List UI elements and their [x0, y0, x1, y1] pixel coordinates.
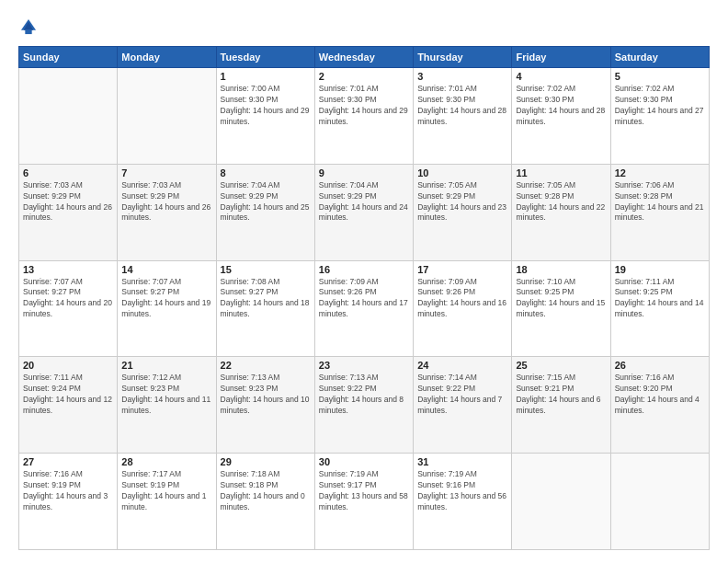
day-number: 9	[319, 167, 409, 178]
calendar-cell: 16Sunrise: 7:09 AMSunset: 9:26 PMDayligh…	[314, 260, 413, 357]
calendar-cell: 13Sunrise: 7:07 AMSunset: 9:27 PMDayligh…	[19, 260, 118, 357]
day-number: 26	[615, 360, 705, 371]
day-number: 13	[23, 264, 113, 275]
calendar-cell: 12Sunrise: 7:06 AMSunset: 9:28 PMDayligh…	[610, 164, 709, 260]
calendar-cell: 14Sunrise: 7:07 AMSunset: 9:27 PMDayligh…	[118, 260, 216, 357]
day-info: Sunrise: 7:13 AMSunset: 9:22 PMDaylight:…	[319, 373, 409, 417]
day-number: 15	[221, 264, 311, 275]
day-number: 29	[221, 456, 311, 467]
calendar-cell: 17Sunrise: 7:09 AMSunset: 9:26 PMDayligh…	[414, 260, 512, 357]
svg-rect-2	[25, 30, 31, 34]
calendar-cell: 24Sunrise: 7:14 AMSunset: 9:22 PMDayligh…	[414, 357, 512, 454]
calendar-cell: 1Sunrise: 7:00 AMSunset: 9:30 PMDaylight…	[216, 68, 314, 165]
calendar-cell: 25Sunrise: 7:15 AMSunset: 9:21 PMDayligh…	[512, 357, 610, 454]
day-info: Sunrise: 7:16 AMSunset: 9:20 PMDaylight:…	[615, 373, 705, 417]
weekday-header-thursday: Thursday	[414, 47, 512, 68]
day-info: Sunrise: 7:03 AMSunset: 9:29 PMDaylight:…	[121, 180, 211, 224]
calendar-cell: 28Sunrise: 7:17 AMSunset: 9:19 PMDayligh…	[118, 454, 216, 550]
day-info: Sunrise: 7:12 AMSunset: 9:23 PMDaylight:…	[121, 373, 211, 417]
calendar-cell: 29Sunrise: 7:18 AMSunset: 9:18 PMDayligh…	[216, 454, 314, 550]
calendar-cell: 19Sunrise: 7:11 AMSunset: 9:25 PMDayligh…	[610, 260, 709, 357]
day-info: Sunrise: 7:00 AMSunset: 9:30 PMDaylight:…	[221, 84, 311, 128]
day-number: 27	[23, 456, 113, 467]
weekday-header-saturday: Saturday	[610, 47, 709, 68]
day-number: 31	[417, 456, 507, 467]
weekday-header-friday: Friday	[512, 47, 610, 68]
day-number: 10	[417, 167, 507, 178]
calendar-week-row-4: 27Sunrise: 7:16 AMSunset: 9:19 PMDayligh…	[19, 454, 710, 550]
calendar-cell: 8Sunrise: 7:04 AMSunset: 9:29 PMDaylight…	[216, 164, 314, 260]
day-number: 17	[417, 264, 507, 275]
logo-icon	[18, 17, 39, 37]
calendar-cell: 9Sunrise: 7:04 AMSunset: 9:29 PMDaylight…	[314, 164, 413, 260]
day-number: 11	[516, 167, 606, 178]
header	[18, 17, 710, 37]
calendar-cell	[610, 454, 709, 550]
day-number: 5	[615, 71, 705, 82]
calendar-cell: 18Sunrise: 7:10 AMSunset: 9:25 PMDayligh…	[512, 260, 610, 357]
calendar-cell: 7Sunrise: 7:03 AMSunset: 9:29 PMDaylight…	[118, 164, 216, 260]
day-info: Sunrise: 7:07 AMSunset: 9:27 PMDaylight:…	[23, 277, 113, 321]
day-info: Sunrise: 7:08 AMSunset: 9:27 PMDaylight:…	[221, 277, 311, 321]
day-info: Sunrise: 7:18 AMSunset: 9:18 PMDaylight:…	[221, 469, 311, 513]
day-info: Sunrise: 7:04 AMSunset: 9:29 PMDaylight:…	[319, 180, 409, 224]
calendar-cell: 2Sunrise: 7:01 AMSunset: 9:30 PMDaylight…	[314, 68, 413, 165]
day-info: Sunrise: 7:19 AMSunset: 9:16 PMDaylight:…	[417, 469, 507, 513]
day-info: Sunrise: 7:01 AMSunset: 9:30 PMDaylight:…	[417, 84, 507, 128]
calendar-week-row-1: 6Sunrise: 7:03 AMSunset: 9:29 PMDaylight…	[19, 164, 710, 260]
day-info: Sunrise: 7:02 AMSunset: 9:30 PMDaylight:…	[516, 84, 606, 128]
weekday-header-sunday: Sunday	[19, 47, 118, 68]
calendar-cell: 15Sunrise: 7:08 AMSunset: 9:27 PMDayligh…	[216, 260, 314, 357]
day-info: Sunrise: 7:04 AMSunset: 9:29 PMDaylight:…	[221, 180, 311, 224]
day-info: Sunrise: 7:09 AMSunset: 9:26 PMDaylight:…	[319, 277, 409, 321]
day-info: Sunrise: 7:13 AMSunset: 9:23 PMDaylight:…	[221, 373, 311, 417]
day-number: 21	[121, 360, 211, 371]
day-info: Sunrise: 7:05 AMSunset: 9:29 PMDaylight:…	[417, 180, 507, 224]
day-number: 4	[516, 71, 606, 82]
day-info: Sunrise: 7:05 AMSunset: 9:28 PMDaylight:…	[516, 180, 606, 224]
day-number: 7	[121, 167, 211, 178]
day-info: Sunrise: 7:19 AMSunset: 9:17 PMDaylight:…	[319, 469, 409, 513]
calendar-cell: 4Sunrise: 7:02 AMSunset: 9:30 PMDaylight…	[512, 68, 610, 165]
calendar-cell: 22Sunrise: 7:13 AMSunset: 9:23 PMDayligh…	[216, 357, 314, 454]
day-number: 14	[121, 264, 211, 275]
calendar-week-row-0: 1Sunrise: 7:00 AMSunset: 9:30 PMDaylight…	[19, 68, 710, 165]
day-number: 30	[319, 456, 409, 467]
calendar-cell: 20Sunrise: 7:11 AMSunset: 9:24 PMDayligh…	[19, 357, 118, 454]
page: SundayMondayTuesdayWednesdayThursdayFrid…	[0, 0, 728, 563]
day-info: Sunrise: 7:03 AMSunset: 9:29 PMDaylight:…	[23, 180, 113, 224]
calendar-cell: 6Sunrise: 7:03 AMSunset: 9:29 PMDaylight…	[19, 164, 118, 260]
weekday-header-row: SundayMondayTuesdayWednesdayThursdayFrid…	[19, 47, 710, 68]
calendar-cell: 31Sunrise: 7:19 AMSunset: 9:16 PMDayligh…	[414, 454, 512, 550]
day-info: Sunrise: 7:06 AMSunset: 9:28 PMDaylight:…	[615, 180, 705, 224]
calendar-cell: 3Sunrise: 7:01 AMSunset: 9:30 PMDaylight…	[414, 68, 512, 165]
calendar-cell: 10Sunrise: 7:05 AMSunset: 9:29 PMDayligh…	[414, 164, 512, 260]
weekday-header-wednesday: Wednesday	[314, 47, 413, 68]
calendar-table: SundayMondayTuesdayWednesdayThursdayFrid…	[18, 46, 710, 550]
calendar-cell: 5Sunrise: 7:02 AMSunset: 9:30 PMDaylight…	[610, 68, 709, 165]
calendar-cell: 23Sunrise: 7:13 AMSunset: 9:22 PMDayligh…	[314, 357, 413, 454]
day-number: 24	[417, 360, 507, 371]
calendar-week-row-2: 13Sunrise: 7:07 AMSunset: 9:27 PMDayligh…	[19, 260, 710, 357]
weekday-header-monday: Monday	[118, 47, 216, 68]
calendar-cell	[118, 68, 216, 165]
day-info: Sunrise: 7:17 AMSunset: 9:19 PMDaylight:…	[121, 469, 211, 513]
day-number: 2	[319, 71, 409, 82]
day-info: Sunrise: 7:10 AMSunset: 9:25 PMDaylight:…	[516, 277, 606, 321]
day-number: 23	[319, 360, 409, 371]
day-number: 6	[23, 167, 113, 178]
day-info: Sunrise: 7:15 AMSunset: 9:21 PMDaylight:…	[516, 373, 606, 417]
day-number: 22	[221, 360, 311, 371]
day-number: 19	[615, 264, 705, 275]
day-info: Sunrise: 7:07 AMSunset: 9:27 PMDaylight:…	[121, 277, 211, 321]
day-number: 8	[221, 167, 311, 178]
calendar-cell: 21Sunrise: 7:12 AMSunset: 9:23 PMDayligh…	[118, 357, 216, 454]
day-number: 3	[417, 71, 507, 82]
calendar-cell	[512, 454, 610, 550]
calendar-cell: 26Sunrise: 7:16 AMSunset: 9:20 PMDayligh…	[610, 357, 709, 454]
day-info: Sunrise: 7:11 AMSunset: 9:25 PMDaylight:…	[615, 277, 705, 321]
day-number: 28	[121, 456, 211, 467]
day-number: 1	[221, 71, 311, 82]
calendar-cell: 11Sunrise: 7:05 AMSunset: 9:28 PMDayligh…	[512, 164, 610, 260]
day-number: 25	[516, 360, 606, 371]
